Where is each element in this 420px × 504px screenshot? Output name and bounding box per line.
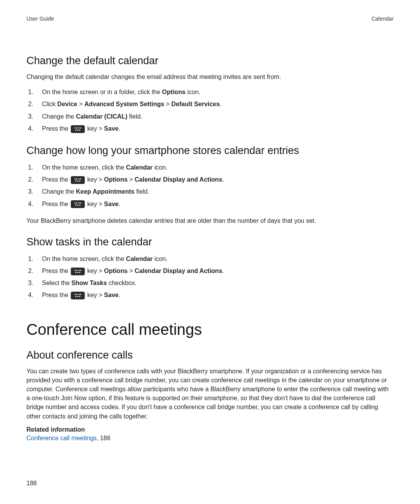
step-text: . — [222, 268, 224, 274]
step-text: > — [77, 101, 84, 107]
step-bold: Advanced System Settings — [84, 101, 164, 107]
step-text: Press the — [42, 125, 70, 132]
step-bold: Options — [104, 176, 128, 183]
step-text: icon. — [153, 256, 168, 262]
list-item: Change the Calendar (CICAL) field. — [35, 111, 394, 122]
heading-conference-call-meetings: Conference call meetings — [26, 321, 394, 338]
related-link-row: Conference call meetings, 186 — [26, 435, 394, 442]
about-conference-body: You can create two types of conference c… — [26, 367, 394, 421]
step-text: Select the — [42, 280, 72, 286]
step-text: . — [220, 101, 221, 107]
step-text: > — [128, 268, 135, 274]
page-header: User Guide Calendar — [26, 16, 394, 22]
list-item: Click Device > Advanced System Settings … — [35, 99, 394, 109]
list-item: Press the key > Save. — [35, 290, 394, 300]
step-bold: Options — [104, 268, 128, 274]
intro-paragraph: Changing the default calendar changes th… — [26, 72, 394, 81]
step-bold: Calendar — [126, 256, 152, 262]
step-bold: Save — [104, 125, 119, 132]
step-bold: Calendar (CICAL) — [76, 113, 127, 120]
link-conference-call-meetings[interactable]: Conference call meetings, — [26, 435, 98, 441]
step-text: Change the — [42, 188, 76, 195]
step-bold: Calendar — [126, 164, 152, 171]
blackberry-key-icon — [71, 125, 85, 133]
svg-point-31 — [80, 294, 81, 295]
heading-change-default-calendar: Change the default calendar — [26, 55, 394, 67]
svg-point-20 — [79, 205, 80, 206]
list-item: On the home screen, click the Calendar i… — [35, 254, 394, 264]
svg-point-13 — [79, 180, 80, 182]
step-text: . — [119, 201, 120, 207]
step-bold: Default Services — [172, 101, 220, 107]
svg-point-4 — [75, 129, 76, 130]
blackberry-key-icon — [71, 292, 85, 299]
svg-point-16 — [78, 203, 79, 204]
step-text: > — [128, 176, 135, 183]
svg-point-7 — [74, 178, 75, 179]
svg-point-6 — [79, 129, 80, 130]
svg-point-30 — [78, 294, 79, 295]
svg-point-28 — [74, 294, 75, 295]
svg-point-21 — [74, 270, 75, 271]
heading-change-store-duration: Change how long your smartphone stores c… — [26, 145, 394, 157]
svg-point-27 — [79, 272, 80, 273]
step-text: key > — [86, 201, 104, 207]
svg-point-22 — [76, 270, 77, 271]
step-text: . — [119, 292, 120, 298]
svg-point-15 — [76, 203, 77, 204]
svg-point-11 — [75, 180, 76, 182]
header-right: Calendar — [371, 16, 394, 22]
header-left: User Guide — [26, 16, 54, 22]
step-text: > — [164, 101, 171, 107]
svg-point-26 — [77, 272, 78, 273]
list-item: Press the key > Options > Calendar Displ… — [35, 266, 394, 276]
heading-show-tasks: Show tasks in the calendar — [26, 236, 394, 248]
step-bold: Options — [162, 89, 186, 95]
step-text: key > — [86, 125, 104, 132]
step-text: icon. — [153, 164, 168, 171]
step-text: icon. — [186, 89, 200, 95]
step-text: Press the — [42, 201, 70, 207]
svg-point-18 — [75, 205, 76, 206]
step-text: Press the — [42, 268, 70, 274]
blackberry-key-icon — [71, 268, 85, 275]
page: User Guide Calendar Change the default c… — [0, 0, 420, 504]
step-text: field. — [128, 113, 142, 120]
step-bold: Keep Appointments — [76, 188, 135, 195]
steps-change-store-duration: On the home screen, click the Calendar i… — [26, 162, 394, 209]
list-item: Press the key > Save. — [35, 123, 394, 134]
step-bold: Calendar Display and Actions — [135, 268, 222, 274]
step-text: On the home screen, click the — [42, 256, 126, 262]
list-item: On the home screen, click the Calendar i… — [35, 162, 394, 173]
list-item: Press the key > Options > Calendar Displ… — [35, 174, 394, 185]
step-text: Click — [42, 101, 57, 107]
svg-point-0 — [74, 127, 75, 128]
svg-point-19 — [77, 205, 78, 206]
step-text: checkbox. — [107, 280, 136, 286]
related-information-label: Related information — [26, 426, 394, 433]
step-text: Press the — [42, 292, 70, 298]
step-text: On the home screen, click the — [42, 164, 126, 171]
svg-point-29 — [76, 294, 77, 295]
svg-point-32 — [75, 296, 76, 297]
step-bold: Device — [57, 101, 77, 107]
svg-point-9 — [78, 178, 79, 179]
svg-point-5 — [77, 129, 78, 130]
svg-point-3 — [80, 127, 81, 128]
step-bold: Calendar Display and Actions — [135, 176, 222, 183]
page-number: 186 — [26, 480, 37, 487]
svg-point-8 — [76, 178, 77, 179]
blackberry-key-icon — [71, 176, 85, 184]
heading-about-conference-calls: About conference calls — [26, 349, 394, 361]
step-bold: Save — [104, 292, 119, 298]
svg-point-12 — [77, 180, 78, 182]
svg-point-34 — [79, 296, 80, 297]
step-text: key > — [86, 176, 104, 183]
step-text: . — [119, 125, 120, 132]
step-bold: Save — [104, 201, 119, 207]
svg-point-24 — [80, 270, 81, 271]
link-page-number: 186 — [98, 435, 110, 441]
svg-point-2 — [78, 127, 79, 128]
step-text: Press the — [42, 176, 70, 183]
svg-point-14 — [74, 203, 75, 204]
